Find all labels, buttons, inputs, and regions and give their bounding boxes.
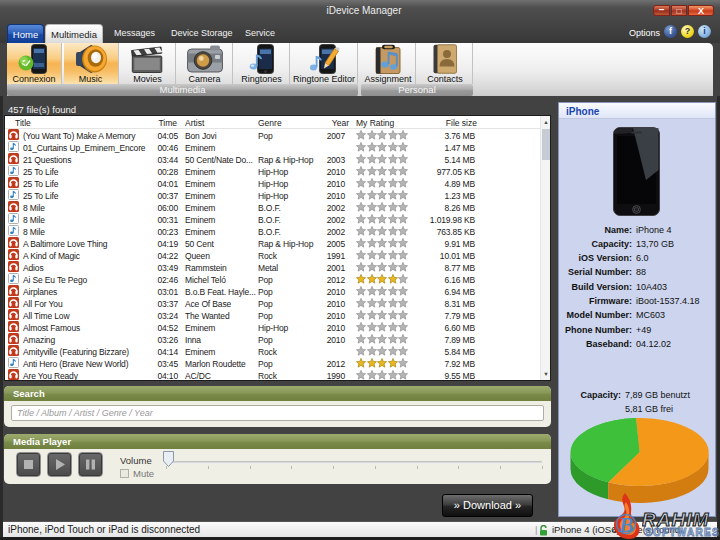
svg-text:B: B [618,512,634,537]
